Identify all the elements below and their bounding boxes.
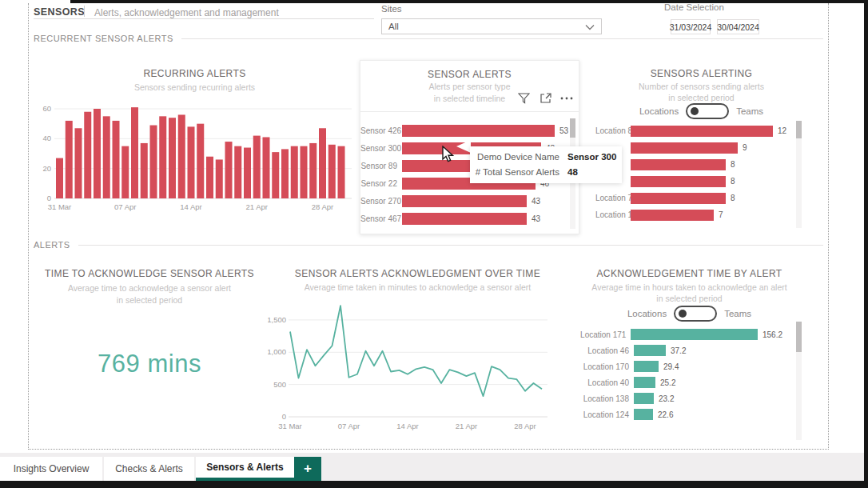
bar-value-label: 43 — [527, 214, 540, 223]
chart-title: SENSORS ALERTING — [595, 68, 807, 79]
bar[interactable] — [66, 121, 73, 198]
bar[interactable] — [634, 409, 653, 420]
bar[interactable] — [631, 126, 773, 137]
chart-subtitle-line1: Average time taken in minutes to acknowl… — [268, 282, 567, 292]
recurring-alerts-column-chart: 020406031 Mar07 Apr14 Apr21 Apr28 Apr — [34, 104, 356, 227]
focus-mode-icon[interactable] — [538, 91, 552, 106]
column-chart-svg: 020406031 Mar07 Apr14 Apr21 Apr28 Apr — [34, 104, 356, 224]
bar[interactable] — [272, 152, 279, 198]
page-title: SENSORS — [34, 6, 85, 18]
bar[interactable] — [631, 176, 726, 187]
tooltip-label: Demo Device Name — [473, 150, 559, 165]
bar[interactable] — [309, 143, 317, 198]
scrollbar-thumb[interactable] — [796, 121, 802, 138]
bar[interactable] — [197, 124, 204, 198]
tab-checks-and-alerts[interactable]: Checks & Alerts — [104, 457, 194, 481]
bar[interactable] — [301, 146, 308, 198]
bar[interactable] — [281, 149, 289, 198]
bar-row: Location 4025.2 — [571, 374, 782, 390]
tab-sensors-and-alerts[interactable]: Sensors & Alerts — [196, 457, 294, 481]
bar[interactable] — [263, 137, 270, 198]
scrollbar-thumb[interactable] — [796, 322, 802, 352]
bar[interactable] — [216, 159, 223, 198]
bar[interactable] — [234, 146, 241, 198]
sites-dropdown[interactable]: All — [381, 18, 602, 34]
mouse-cursor — [441, 146, 457, 163]
chart-subtitle-line2: in selected period — [571, 294, 807, 303]
bar[interactable] — [631, 210, 714, 221]
svg-text:21 Apr: 21 Apr — [246, 202, 268, 211]
svg-text:31 Mar: 31 Mar — [48, 202, 72, 211]
bar-row: Sensor 27043 — [360, 192, 568, 210]
bar[interactable] — [402, 125, 555, 137]
bar[interactable] — [631, 159, 726, 170]
bar-row: Sensor 46743 — [360, 210, 568, 227]
bar[interactable] — [634, 377, 655, 388]
bar[interactable] — [291, 146, 298, 198]
bar-row: Location 778 — [595, 190, 795, 206]
more-options-icon[interactable] — [559, 91, 574, 106]
bar[interactable] — [159, 116, 166, 198]
bar[interactable] — [188, 126, 195, 198]
bar[interactable] — [244, 148, 251, 198]
locations-teams-toggle[interactable] — [674, 306, 717, 322]
scrollbar-thumb[interactable] — [570, 118, 575, 138]
bar-value-label: 8 — [726, 194, 735, 202]
bar[interactable] — [634, 345, 666, 356]
filter-icon[interactable] — [516, 91, 531, 106]
bar[interactable] — [631, 193, 726, 204]
bar[interactable] — [150, 126, 157, 198]
section-alerts: ALERTS — [34, 240, 823, 250]
bar[interactable] — [113, 121, 120, 198]
bar[interactable] — [338, 146, 345, 198]
bar[interactable] — [131, 107, 138, 198]
date-from-input[interactable]: 31/03/2024 — [671, 19, 711, 34]
bar[interactable] — [631, 329, 758, 340]
bar[interactable] — [121, 146, 129, 198]
bar[interactable] — [206, 157, 213, 198]
bar[interactable] — [56, 158, 63, 198]
title-divider — [84, 6, 85, 17]
scrollbar — [796, 322, 802, 440]
chart-subtitle: Sensors sending recurring alerts — [34, 82, 356, 92]
header-underline — [34, 18, 374, 19]
svg-text:21 Apr: 21 Apr — [456, 422, 477, 430]
recurring-alerts-card: RECURRING ALERTS Sensors sending recurri… — [34, 60, 356, 232]
date-to-input[interactable]: 30/04/2024 — [717, 19, 759, 34]
bar[interactable] — [631, 142, 738, 154]
tab-insights-overview[interactable]: Insights Overview — [0, 457, 102, 481]
add-page-button[interactable]: + — [294, 457, 321, 481]
svg-text:14 Apr: 14 Apr — [396, 422, 418, 430]
locations-teams-toggle[interactable] — [686, 103, 729, 119]
bar[interactable] — [319, 128, 326, 198]
section-title: RECURRENT SENSOR ALERTS — [34, 34, 173, 43]
bar-value-label: 29.4 — [659, 362, 679, 371]
bar[interactable] — [103, 116, 110, 198]
bar[interactable] — [402, 213, 527, 225]
svg-text:28 Apr: 28 Apr — [514, 422, 536, 430]
bar[interactable] — [75, 128, 82, 198]
bar[interactable] — [634, 361, 659, 372]
bar-row: Location 13823.2 — [571, 390, 782, 406]
svg-text:40: 40 — [42, 134, 51, 142]
bar[interactable] — [94, 109, 101, 198]
bar[interactable] — [225, 142, 233, 198]
line-series[interactable] — [290, 306, 542, 396]
bar-category-label: Location 40 — [571, 378, 634, 387]
bar-value-label: 156.2 — [758, 330, 782, 339]
bar[interactable] — [84, 112, 91, 198]
bar[interactable] — [169, 118, 176, 198]
bar[interactable] — [253, 136, 261, 198]
bar[interactable] — [141, 143, 148, 198]
svg-text:20: 20 — [42, 164, 51, 173]
bar[interactable] — [634, 393, 654, 404]
bar-category-label: Location 88 — [595, 126, 631, 135]
bar[interactable] — [402, 195, 527, 207]
bar[interactable] — [178, 114, 185, 198]
svg-text:28 Apr: 28 Apr — [312, 202, 333, 211]
toggle-left-label: Locations — [639, 106, 679, 116]
bar-category-label: Location 46 — [571, 346, 634, 355]
bar[interactable] — [328, 145, 336, 198]
window-edge-right — [864, 0, 868, 488]
bar-value-label: 9 — [738, 143, 747, 152]
